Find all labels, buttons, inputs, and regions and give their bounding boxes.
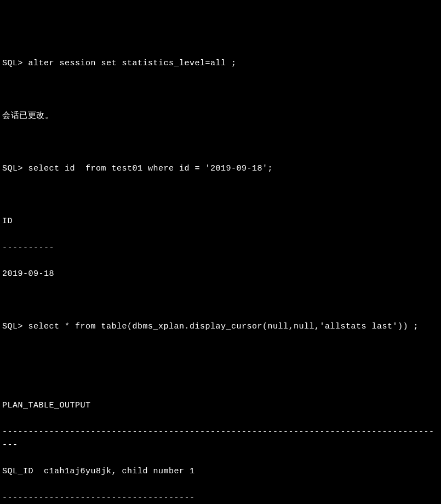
blank-line: [2, 189, 439, 202]
column-header-id: ID: [2, 215, 439, 228]
plan-table-output-header: PLAN_TABLE_OUTPUT: [2, 399, 439, 412]
divider-line: ----------: [2, 241, 439, 254]
result-value: 2019-09-18: [2, 268, 439, 281]
blank-line: [2, 136, 439, 149]
sql-command-alter-session: SQL> alter session set statistics_level=…: [2, 57, 439, 70]
blank-line: [2, 83, 439, 97]
blank-line: [2, 373, 439, 386]
blank-line: [2, 294, 439, 307]
session-altered-message: 会话已更改。: [2, 110, 439, 123]
sql-command-select-id: SQL> select id from test01 where id = '2…: [2, 162, 439, 175]
sql-command-display-cursor: SQL> select * from table(dbms_xplan.disp…: [2, 320, 439, 333]
blank-line: [2, 347, 439, 360]
sql-id-line: SQL_ID c1ah1aj6yu8jk, child number 1: [2, 465, 439, 478]
divider-line-medium: -------------------------------------: [2, 491, 439, 504]
divider-line-long: ----------------------------------------…: [2, 426, 439, 452]
